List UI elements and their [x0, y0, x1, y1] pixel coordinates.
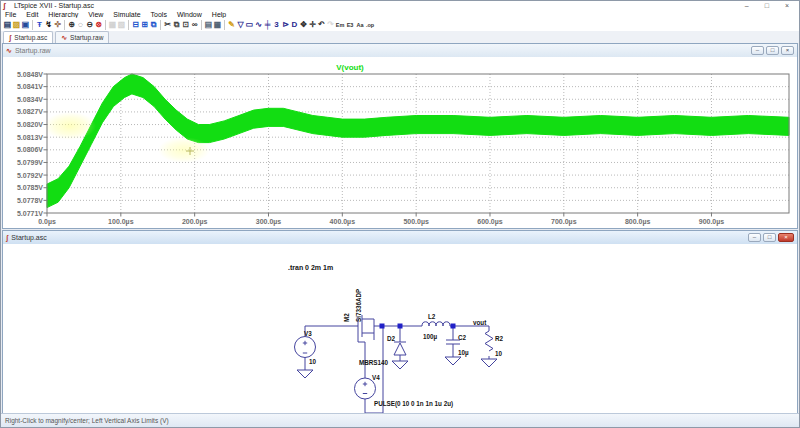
- draw-wire-icon[interactable]: ✎: [227, 19, 236, 31]
- control-panel-icon[interactable]: Ŧ: [35, 19, 44, 31]
- minimize-icon[interactable]: –: [745, 2, 749, 9]
- run-icon[interactable]: ↯: [44, 19, 53, 31]
- place-capacitor-icon[interactable]: ╪: [263, 19, 272, 31]
- save-icon[interactable]: ▣: [21, 19, 30, 31]
- mirror-icon[interactable]: Em: [335, 19, 345, 31]
- tab-label: Startup.raw: [70, 34, 103, 41]
- place-component-icon[interactable]: D: [290, 19, 299, 31]
- component-label-V4[interactable]: V4: [372, 374, 380, 381]
- y-tick-label: 5.0841V: [17, 83, 43, 90]
- menu-file[interactable]: File: [5, 11, 16, 18]
- component-label-D2[interactable]: D2: [387, 335, 396, 342]
- menu-hierarchy[interactable]: Hierarchy: [48, 11, 78, 18]
- place-diode-icon[interactable]: ⊳: [281, 19, 290, 31]
- copy-icon[interactable]: ⧉: [172, 19, 181, 31]
- component-label-R2[interactable]: R2: [495, 335, 504, 342]
- net-label-vout[interactable]: vout: [473, 319, 487, 326]
- component-value-C2[interactable]: 10µ: [458, 349, 469, 357]
- tab-startup-asc[interactable]: ʃ Startup.asc: [3, 31, 53, 43]
- menu-tools[interactable]: Tools: [151, 11, 167, 18]
- menu-view[interactable]: View: [88, 11, 103, 18]
- y-tick-label: 5.0771V: [17, 210, 43, 217]
- spice-directive-icon[interactable]: .op: [365, 19, 375, 31]
- move-icon[interactable]: ✥: [299, 19, 308, 31]
- place-net-label-icon[interactable]: ▭: [245, 19, 254, 31]
- plot-settings-icon: ▧: [117, 19, 126, 31]
- close-icon[interactable]: ×: [781, 46, 794, 55]
- schematic-canvas[interactable]: .tran 0 2m 1mM2Si7336ADPV310D2MBRS140L21…: [3, 244, 797, 415]
- waveform-window-titlebar[interactable]: ∿ Startup.raw – □ ×: [3, 44, 797, 58]
- new-schematic-icon[interactable]: ▤: [3, 19, 12, 31]
- zoom-back-icon[interactable]: ◌: [76, 19, 85, 31]
- waveform-file-icon: ∿: [6, 47, 12, 55]
- component-value-L2[interactable]: 100µ: [423, 333, 438, 341]
- minimize-icon[interactable]: –: [751, 46, 764, 55]
- x-tick-label: 200.0µs: [182, 218, 208, 226]
- x-tick-label: 900.0µs: [699, 218, 725, 226]
- rotate-icon[interactable]: E3: [345, 19, 355, 31]
- toolbar: ▤▨▣Ŧ↯✜⊕◌⊖⊗▦▧⊟⊞⧉✂⧉⊡∞▤▦✎▽▭∿╪3⊳D✥✛↶↷EmE3Aa.…: [1, 18, 799, 32]
- open-file-icon[interactable]: ▨: [12, 19, 21, 31]
- schematic-window-titlebar[interactable]: ʃ Startup.asc – □ ×: [3, 231, 797, 245]
- maximize-icon[interactable]: □: [763, 233, 776, 242]
- y-tick-label: 5.0778V: [17, 197, 43, 204]
- y-tick-label: 5.0820V: [17, 121, 43, 128]
- menu-help[interactable]: Help: [212, 11, 226, 18]
- component-label-L2[interactable]: L2: [428, 313, 436, 320]
- component-value-D2[interactable]: MBRS140: [359, 359, 389, 366]
- waveform-window: ∿ Startup.raw – □ × 5.0848V5.0841V5.0834…: [2, 43, 798, 229]
- menu-simulate[interactable]: Simulate: [113, 11, 140, 18]
- component-label-C2[interactable]: C2: [458, 334, 467, 341]
- tile-horizontal-icon[interactable]: ⊟: [131, 19, 140, 31]
- component-value-R2[interactable]: 10: [495, 350, 503, 357]
- toolbar-separator: [160, 20, 161, 30]
- x-tick-label: 700.0µs: [551, 218, 577, 226]
- component-label-M2[interactable]: M2: [343, 313, 350, 322]
- component-value-V4[interactable]: PULSE(0 10 0 1n 1n 1u 2u): [374, 400, 453, 408]
- close-icon[interactable]: ×: [778, 233, 794, 242]
- cursor-halo: [44, 112, 96, 140]
- trace-title[interactable]: V(vout): [336, 63, 364, 72]
- tab-label: Startup.asc: [14, 34, 47, 41]
- halt-icon[interactable]: ✜: [53, 19, 62, 31]
- place-text-icon[interactable]: Aa: [355, 19, 365, 31]
- x-tick-label: 0.0µs: [38, 218, 56, 226]
- cascade-windows-icon[interactable]: ⧉: [149, 19, 158, 31]
- print-icon[interactable]: ▦: [213, 19, 222, 31]
- status-bar: Right-Click to magnify/center; Left Vert…: [1, 413, 799, 427]
- component-value-M2[interactable]: Si7336ADP: [355, 289, 362, 322]
- place-resistor-icon[interactable]: ∿: [254, 19, 263, 31]
- spice-directive-text[interactable]: .tran 0 2m 1m: [288, 264, 333, 271]
- waveform-plot[interactable]: 5.0848V5.0841V5.0834V5.0827V5.0820V5.081…: [3, 57, 797, 228]
- window-title: LTspice XVII - Startup.asc: [14, 2, 94, 9]
- place-inductor-icon[interactable]: 3: [272, 19, 281, 31]
- print-preview-icon[interactable]: ▤: [204, 19, 213, 31]
- y-tick-label: 5.0813V: [17, 134, 43, 141]
- schematic-labels: .tran 0 2m 1mM2Si7336ADPV310D2MBRS140L21…: [288, 264, 504, 408]
- maximize-icon[interactable]: □: [766, 46, 779, 55]
- redo-icon: ↷: [326, 19, 335, 31]
- menu-edit[interactable]: Edit: [26, 11, 38, 18]
- undo-icon[interactable]: ↶: [317, 19, 326, 31]
- menu-window[interactable]: Window: [177, 11, 202, 18]
- tab-startup-raw[interactable]: ∿ Startup.raw: [55, 31, 109, 43]
- place-ground-icon[interactable]: ▽: [236, 19, 245, 31]
- menu-bar: File Edit Hierarchy View Simulate Tools …: [1, 10, 799, 18]
- find-icon[interactable]: ∞: [190, 19, 199, 31]
- x-tick-label: 300.0µs: [256, 218, 282, 226]
- y-tick-label: 5.0848V: [17, 71, 43, 78]
- y-tick-label: 5.0799V: [17, 159, 43, 166]
- zoom-full-extents-icon[interactable]: ⊗: [94, 19, 103, 31]
- paste-icon[interactable]: ⊡: [181, 19, 190, 31]
- drag-icon[interactable]: ✛: [308, 19, 317, 31]
- maximize-icon[interactable]: □: [765, 2, 769, 9]
- zoom-out-icon[interactable]: ⊖: [85, 19, 94, 31]
- zoom-in-icon[interactable]: ⊕: [67, 19, 76, 31]
- waveform-file-icon: ∿: [61, 34, 67, 42]
- close-icon[interactable]: ×: [785, 2, 789, 9]
- component-value-V3[interactable]: 10: [309, 358, 317, 365]
- minimize-icon[interactable]: –: [748, 233, 761, 242]
- component-label-V3[interactable]: V3: [304, 330, 312, 337]
- tile-vertical-icon[interactable]: ⊞: [140, 19, 149, 31]
- cut-icon[interactable]: ✂: [163, 19, 172, 31]
